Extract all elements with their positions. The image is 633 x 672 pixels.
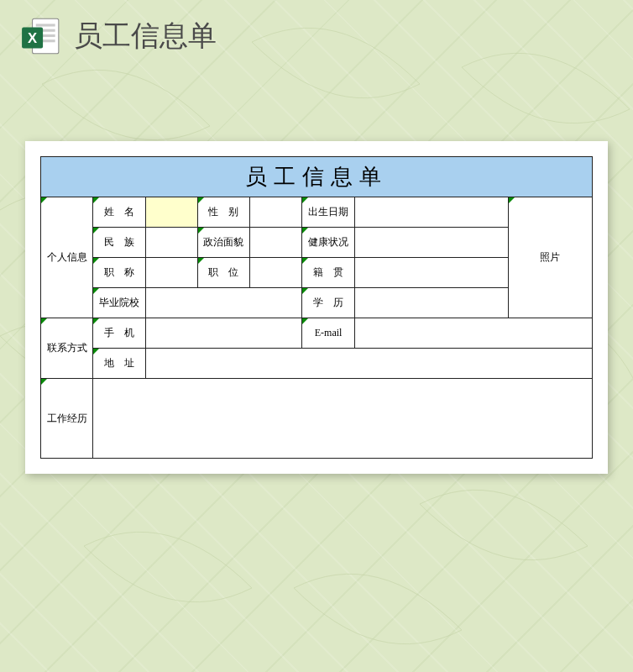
employee-info-table: 员工信息单 个人信息 姓 名 性 别 出生日期 照片 民 族 政治面貌 健康状况… (40, 156, 593, 459)
label-political: 政治面貌 (197, 228, 249, 258)
label-title: 职 称 (93, 258, 145, 288)
input-hometown[interactable] (354, 258, 508, 288)
input-email[interactable] (354, 318, 592, 349)
section-contact: 联系方式 (41, 318, 93, 379)
label-photo[interactable]: 照片 (508, 197, 592, 318)
page-title: 员工信息单 (74, 17, 217, 55)
input-health[interactable] (354, 228, 508, 258)
input-political[interactable] (250, 228, 302, 258)
label-name: 姓 名 (93, 197, 145, 228)
label-email: E-mail (302, 318, 354, 349)
label-hometown: 籍 贯 (302, 258, 354, 288)
excel-file-icon: X (20, 15, 62, 57)
section-work: 工作经历 (41, 379, 93, 459)
input-work-experience[interactable] (93, 379, 593, 459)
label-gender: 性 别 (197, 197, 249, 228)
input-school[interactable] (145, 288, 302, 318)
form-sheet: 员工信息单 个人信息 姓 名 性 别 出生日期 照片 民 族 政治面貌 健康状况… (25, 141, 608, 474)
input-gender[interactable] (250, 197, 302, 228)
label-address: 地 址 (93, 349, 145, 379)
svg-text:X: X (28, 30, 37, 46)
label-health: 健康状况 (302, 228, 354, 258)
form-title: 员工信息单 (41, 157, 593, 197)
label-school: 毕业院校 (93, 288, 145, 318)
label-birthdate: 出生日期 (302, 197, 354, 228)
label-mobile: 手 机 (93, 318, 145, 349)
svg-rect-1 (36, 24, 55, 26)
input-birthdate[interactable] (354, 197, 508, 228)
input-address[interactable] (145, 349, 592, 379)
label-ethnicity: 民 族 (93, 228, 145, 258)
input-title[interactable] (145, 258, 197, 288)
input-name[interactable] (145, 197, 197, 228)
page-header: X 员工信息单 (0, 0, 633, 57)
input-education[interactable] (354, 288, 508, 318)
label-position: 职 位 (197, 258, 249, 288)
section-personal: 个人信息 (41, 197, 93, 318)
input-mobile[interactable] (145, 318, 302, 349)
input-position[interactable] (250, 258, 302, 288)
input-ethnicity[interactable] (145, 228, 197, 258)
label-education: 学 历 (302, 288, 354, 318)
